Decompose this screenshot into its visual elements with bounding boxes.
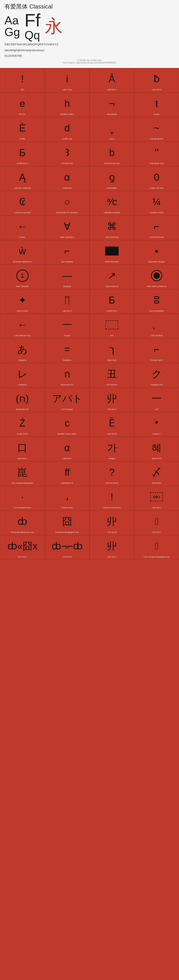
char-glyph: c xyxy=(65,415,70,432)
grid-cell: ĀLatin Ext A xyxy=(90,68,134,92)
char-glyph: ᛖ xyxy=(64,292,70,309)
grid-cell: =Katakana xyxy=(45,339,90,363)
grid-cell: ꜢPhonetic Ext xyxy=(45,142,90,166)
grid-cell: ⌐Compat Jamo xyxy=(134,339,179,363)
char-glyph: アパト xyxy=(52,390,82,407)
cell-label: Latin Ext B xyxy=(152,89,161,91)
grid-cell: ✦Misc Arrows xyxy=(0,289,45,314)
cell-label: Misc Technical xyxy=(105,236,118,239)
grid-cell: БCyrillic Ext A xyxy=(90,289,134,314)
char-glyph: (ח) xyxy=(16,390,29,407)
cell-label: Control Pictures xyxy=(149,236,164,239)
char-glyph: Ą xyxy=(19,169,26,186)
grid-cell: 丑CJK Strokes xyxy=(90,363,134,388)
grid-cell: dCyrillic Sup xyxy=(45,117,90,142)
grid-cell: クKatakana Ext xyxy=(134,363,179,388)
char-glyph: = xyxy=(64,341,70,358)
char-glyph: ˬ xyxy=(109,119,114,137)
cell-label: CJK Compat Ideographs xyxy=(11,482,34,484)
char-glyph: ⌐ xyxy=(64,243,70,260)
grid-cell: αGreek Ext xyxy=(45,166,90,191)
char-glyph: ↗ xyxy=(108,267,116,284)
char-glyph: ! xyxy=(110,488,113,506)
grid-cell: ꞏKayah Li xyxy=(134,412,179,437)
cell-label: Bopomofo Ext xyxy=(61,383,74,386)
char-glyph: ƍ xyxy=(109,169,115,186)
char-glyph: ᵃ⁄c xyxy=(107,193,117,211)
cell-label: CJK xyxy=(155,408,158,410)
cell-label: Phonetic Ext xyxy=(62,162,73,165)
char-glyph: レ xyxy=(18,366,27,383)
grid-cell: ←Arrows xyxy=(0,215,45,240)
char-glyph: α xyxy=(64,439,70,457)
char-glyph: ⼀ xyxy=(62,316,72,334)
char-glyph: ! xyxy=(21,70,24,88)
char-glyph: ff xyxy=(64,464,70,481)
grid-cell: ▪Geometric Shapes xyxy=(134,240,179,265)
cell-label: CJK Ext C xyxy=(152,531,161,534)
cell-label: Block Elements xyxy=(105,261,119,263)
grid-cell: ،Small Forms xyxy=(45,486,90,511)
grid-cell: 崑CJK Compat Ideographs xyxy=(0,461,45,486)
cell-label: CJK Strokes xyxy=(106,383,117,386)
char-glyph: ⌐ xyxy=(154,218,160,235)
grid-cell: —Dingbats xyxy=(45,265,90,289)
char-glyph: ~ xyxy=(154,119,160,137)
grid-cell: ∀Math Operators xyxy=(45,215,90,240)
grid-cell: ⌐Box Drawing xyxy=(45,240,90,265)
cell-label: Kayah Li xyxy=(153,433,160,435)
cell-label: Kangxi xyxy=(64,334,70,337)
grid-cell: 가Hangul xyxy=(90,437,134,461)
char-glyph: Ź xyxy=(19,415,26,432)
cell-label: Misc Math Symbols B xyxy=(147,285,166,288)
grid-cell: ˬJamo xyxy=(90,117,134,142)
char-glyph: 、 xyxy=(152,316,161,334)
cell-label: CJK Ext C xyxy=(152,506,161,509)
grid-cell: ₢Currency Symbols xyxy=(0,191,45,215)
char-glyph: 丱 xyxy=(107,513,117,530)
grid-cell: 〆Half Marks xyxy=(134,461,179,486)
grid-cell: ȸEnclosed Alphanums Sup xyxy=(0,511,45,535)
cell-label: Latin Ext C xyxy=(62,310,72,312)
cell-label: Diacriticals For Symbols xyxy=(56,212,78,214)
cell-label: Sup Arrows B xyxy=(106,285,118,288)
grid-cell: アパトCJK Compat xyxy=(45,388,90,412)
char-glyph: b xyxy=(109,144,115,161)
cell-label: Enclosed CJK xyxy=(16,408,29,410)
cell-label: Hangul xyxy=(109,457,115,460)
char-glyph: È xyxy=(19,119,26,137)
char-glyph: ꞏ xyxy=(154,415,159,432)
glyph-aa: Aa xyxy=(5,14,20,26)
grid-cell: iLath / Sup xyxy=(45,68,90,92)
numbers: 0123456789 xyxy=(5,54,174,58)
char-glyph: 가 xyxy=(107,439,117,457)
char-glyph: ⌘ xyxy=(107,218,117,235)
cell-label: CJK Symbols xyxy=(150,334,163,337)
char-glyph: ȸ«囧x xyxy=(7,538,37,555)
cell-label: IPA Ext xyxy=(19,113,26,116)
cell-label: Cyrillic Sup xyxy=(62,138,72,140)
grid-cell: 𠬤CJK Compat Ideographs Sup xyxy=(134,535,179,560)
cell-label: Small Forms xyxy=(62,506,73,509)
cell-label: Bopomofo xyxy=(107,359,117,361)
char-glyph: ȸ xyxy=(18,513,27,530)
source: Font Source: http://www.forduo.com/fonts… xyxy=(5,62,174,64)
dashed-glyph xyxy=(105,316,118,334)
cell-label: Katakana xyxy=(18,383,27,386)
char-glyph: ¬ xyxy=(109,95,115,112)
char-glyph: 丱 xyxy=(107,538,117,555)
cell-label: Enclosed Alphanums Sup xyxy=(11,531,34,534)
page-title: 有爱黑体 Classical xyxy=(5,3,174,11)
grid-cell: ȸ¬⌐ȸCJK Ext E xyxy=(45,535,90,560)
grid-cell: ᛖLatin Ext C xyxy=(45,289,90,314)
char-glyph: 0 xyxy=(154,169,159,186)
grid-cell: cModifier Tone Letters xyxy=(45,412,90,437)
cell-label: Modifier Tone Letters xyxy=(58,433,77,435)
char-glyph: Ȅ xyxy=(109,415,115,432)
cell-label: Greek Ext xyxy=(62,187,72,189)
cell-label: Misc Symbols xyxy=(16,285,29,288)
grid-cell: IDC xyxy=(90,314,134,339)
grid-cell: ẁEnclosed Alphanums xyxy=(0,240,45,265)
cell-label: Latin Ext D xyxy=(107,433,117,435)
glyph-preview: Aa Gg Ff Qq 永 xyxy=(5,11,174,41)
